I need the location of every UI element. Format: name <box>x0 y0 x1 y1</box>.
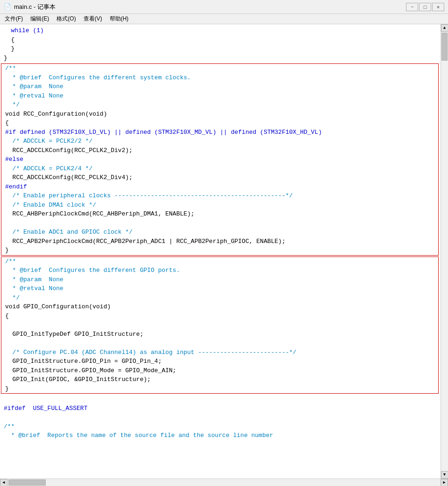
scroll-left-button[interactable]: ◄ <box>0 479 7 486</box>
menu-bar: 文件(F) 编辑(E) 格式(O) 查看(V) 帮助(H) <box>0 14 448 24</box>
line-open-brace-rcc: { <box>1 118 438 128</box>
scroll-thumb-vertical[interactable] <box>441 33 448 61</box>
line-comment-start3: /** <box>0 422 441 431</box>
line-gpio-pin: GPIO_InitStructure.GPIO_Pin = GPIO_Pin_4… <box>1 357 438 366</box>
line-comment-end2: */ <box>1 293 438 303</box>
line-open-brace-gpio: { <box>1 312 438 321</box>
title-bar-title: main.c - 记事本 <box>14 3 56 11</box>
line-param2: * @param None <box>1 275 438 285</box>
line-comment-start1: /** <box>1 64 438 73</box>
line-retval2: * @retval None <box>1 284 438 293</box>
line-ahb-periph: RCC_AHBPeriphClockCmd(RCC_AHBPeriph_DMA1… <box>1 209 438 219</box>
line-else: #else <box>1 155 438 164</box>
code-line-close-brace2: } <box>0 54 441 63</box>
line-gpio-init: GPIO_Init(GPIOC, &GPIO_InitStructure); <box>1 375 438 384</box>
scroll-up-button[interactable]: ▲ <box>441 24 448 32</box>
line-enable-adc1-comment: /* Enable ADC1 and GPIOC clock */ <box>1 228 438 237</box>
menu-view[interactable]: 查看(V) <box>81 14 105 24</box>
menu-file[interactable]: 文件(F) <box>2 14 26 24</box>
close-button[interactable]: × <box>432 3 444 11</box>
editor-content[interactable]: while (1) { } } /** * @brief Configures … <box>0 24 441 479</box>
scroll-thumb-horizontal[interactable] <box>8 479 46 486</box>
scroll-track-horizontal[interactable] <box>7 479 441 486</box>
title-bar-left: 📄 main.c - 记事本 <box>4 3 56 11</box>
line-retval1: * @retval None <box>1 91 438 101</box>
maximize-button[interactable]: □ <box>419 3 431 11</box>
minimize-button[interactable]: － <box>406 3 418 11</box>
scroll-track-vertical[interactable] <box>441 32 448 471</box>
line-gpio-mode: GPIO_InitStructure.GPIO_Mode = GPIO_Mode… <box>1 366 438 375</box>
line-adcclk-div4: RCC_ADCCLKConfig(RCC_PCLK2_Div4); <box>1 173 438 182</box>
line-apb2-periph: RCC_APB2PeriphClockCmd(RCC_APB2Periph_AD… <box>1 237 438 246</box>
line-adcclk-div2: RCC_ADCCLKConfig(RCC_PCLK2_Div2); <box>1 146 438 155</box>
line-blank2 <box>1 320 438 330</box>
code-line-open-brace1: { <box>0 35 441 45</box>
line-gpio-func: void GPIO_Configuration(void) <box>1 302 438 312</box>
line-enable-dma1-comment: /* Enable DMA1 clock */ <box>1 201 438 210</box>
scrollbar-vertical[interactable]: ▲ ▼ <box>441 24 448 479</box>
code-area[interactable]: while (1) { } } /** * @brief Configures … <box>0 24 441 442</box>
line-endif: #endif <box>1 182 438 192</box>
menu-edit[interactable]: 编辑(E) <box>28 14 52 24</box>
line-brief1: * @brief Configures the different system… <box>1 73 438 83</box>
line-comment-end1: */ <box>1 100 438 110</box>
line-brief2: * @brief Configures the different GPIO p… <box>1 266 438 275</box>
line-blank1 <box>1 219 438 228</box>
line-rcc-func: void RCC_Configuration(void) <box>1 110 438 119</box>
red-block-gpio: /** * @brief Configures the different GP… <box>1 257 439 394</box>
line-param1: * @param None <box>1 82 438 91</box>
code-line-close-brace1: } <box>0 44 441 54</box>
line-close-brace-rcc: } <box>1 246 438 255</box>
title-bar-controls: － □ × <box>406 3 444 11</box>
code-line-while: while (1) <box>0 26 441 35</box>
scroll-down-button[interactable]: ▼ <box>441 471 448 479</box>
line-blank4 <box>0 395 441 404</box>
line-configure-pc04-comment: /* Configure PC.04 (ADC Channel14) as an… <box>1 348 438 357</box>
title-bar: 📄 main.c - 记事本 － □ × <box>0 0 448 14</box>
line-adcclk-div4-comment: /* ADCCLK = PCLK2/4 */ <box>1 164 438 174</box>
line-comment-start2: /** <box>1 257 438 266</box>
line-adcclk-div2-comment: /* ADCCLK = PCLK2/2 */ <box>1 137 438 146</box>
app-icon: 📄 <box>4 3 11 11</box>
red-block-rcc: /** * @brief Configures the different sy… <box>1 63 439 256</box>
scrollbar-horizontal[interactable]: ◄ ► <box>0 479 448 486</box>
menu-help[interactable]: 帮助(H) <box>107 14 132 24</box>
line-enable-periph-comment: /* Enable peripheral clocks ------------… <box>1 191 438 201</box>
line-close-brace-gpio: } <box>1 384 438 394</box>
line-gpio-init-typedef: GPIO_InitTypeDef GPIO_InitStructure; <box>1 330 438 339</box>
line-ifdef-vl: #if defined (STM32F10X_LD_VL) || defined… <box>1 128 438 137</box>
line-blank3 <box>1 339 438 348</box>
line-blank5 <box>0 413 441 422</box>
line-ifdef-assert: #ifdef USE_FULL_ASSERT <box>0 404 441 413</box>
menu-format[interactable]: 格式(O) <box>54 14 78 24</box>
editor-container: while (1) { } } /** * @brief Configures … <box>0 24 448 479</box>
scroll-right-button[interactable]: ► <box>441 479 448 486</box>
line-brief3: * @brief Reports the name of the source … <box>0 431 441 440</box>
